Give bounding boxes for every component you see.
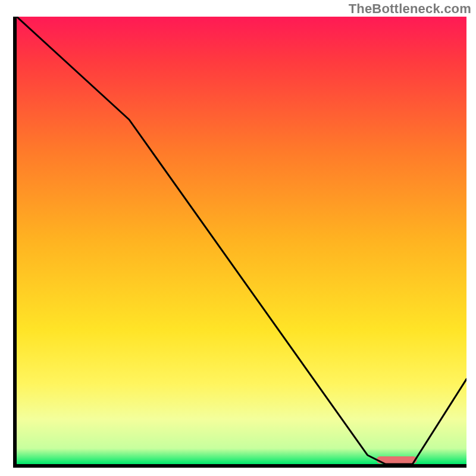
- plot-area: [17, 17, 466, 464]
- watermark-text: TheBottleneck.com: [349, 1, 471, 17]
- chart-frame: TheBottleneck.com: [0, 0, 476, 476]
- plot-svg: [17, 17, 466, 464]
- gradient-background: [17, 17, 466, 464]
